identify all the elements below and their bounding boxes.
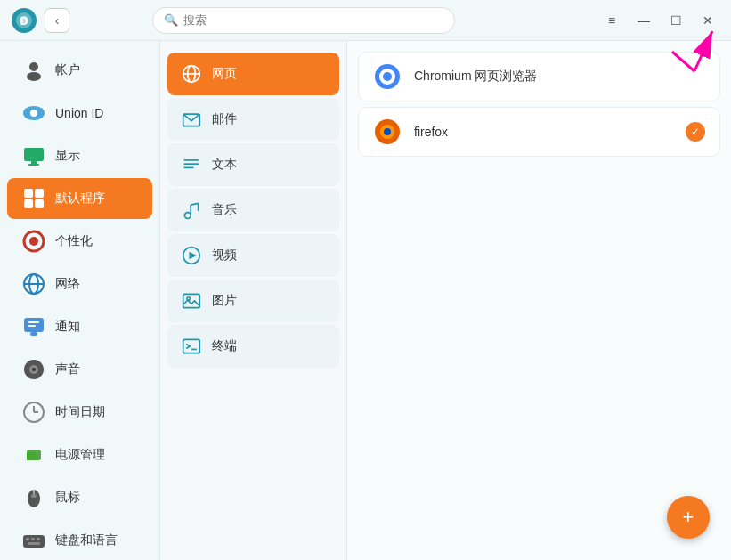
sidebar-network-icon <box>21 272 46 296</box>
svg-point-62 <box>383 72 392 81</box>
app-firefox-icon <box>373 118 402 146</box>
category-item-label: 终端 <box>212 338 237 354</box>
sidebar-item-display[interactable]: 显示 <box>7 135 152 176</box>
sidebar-item-personalization[interactable]: 个性化 <box>7 221 152 262</box>
maximize-button[interactable]: ☐ <box>663 8 688 33</box>
sidebar-item-label: 声音 <box>55 361 80 377</box>
svg-text:D: D <box>20 15 28 28</box>
app-check-icon: ✓ <box>686 122 705 142</box>
category-item-web[interactable]: 网页 <box>167 53 339 95</box>
sidebar-item-label: 帐户 <box>55 62 80 78</box>
category-text-icon <box>180 153 203 176</box>
svg-rect-56 <box>183 294 200 307</box>
app-item-firefox[interactable]: firefox✓ <box>358 107 720 157</box>
apps-panel: + Chromium 网页浏览器firefox✓ <box>347 41 731 560</box>
svg-rect-14 <box>24 189 33 198</box>
sidebar-personalization-icon <box>21 229 46 254</box>
category-item-label: 图片 <box>212 293 237 309</box>
sidebar-default-apps-icon <box>21 186 46 211</box>
svg-point-37 <box>31 494 37 498</box>
sidebar-display-icon <box>21 143 46 168</box>
svg-rect-17 <box>35 199 44 208</box>
sidebar-item-default-apps[interactable]: 默认程序 <box>7 178 152 219</box>
svg-rect-11 <box>24 148 44 161</box>
sidebar-item-label: 鼠标 <box>55 490 80 506</box>
svg-point-50 <box>184 213 191 219</box>
search-input[interactable] <box>183 13 443 27</box>
sidebar-item-keyboard[interactable]: 键盘和语言 <box>7 520 152 560</box>
category-item-label: 视频 <box>212 248 237 264</box>
sidebar-mouse-icon <box>21 485 46 510</box>
window-controls: ≡ — ☐ ✕ <box>599 8 720 33</box>
back-button[interactable]: ‹ <box>45 8 69 33</box>
svg-rect-41 <box>37 538 40 540</box>
sidebar-item-power[interactable]: 电源管理 <box>7 434 152 475</box>
sidebar-keyboard-icon <box>21 528 46 553</box>
sidebar-notification-icon <box>21 314 46 339</box>
category-music-icon <box>180 199 203 222</box>
category-video-icon <box>180 244 203 267</box>
sidebar-item-label: 通知 <box>55 319 80 335</box>
category-item-label: 文本 <box>212 157 237 173</box>
search-icon: 🔍 <box>164 13 178 27</box>
minimize-button[interactable]: — <box>631 8 656 33</box>
search-bar[interactable]: 🔍 <box>152 7 455 34</box>
svg-rect-26 <box>30 332 37 336</box>
sidebar-item-label: 键盘和语言 <box>55 532 118 548</box>
category-item-video[interactable]: 视频 <box>167 234 339 277</box>
sidebar-item-network[interactable]: 网络 <box>7 264 152 304</box>
svg-point-65 <box>384 128 391 135</box>
sidebar: 帐户Union ID显示默认程序个性化网络通知声音时间日期电源管理鼠标键盘和语言 <box>0 41 160 560</box>
svg-rect-34 <box>27 452 36 460</box>
category-item-music[interactable]: 音乐 <box>167 189 339 231</box>
titlebar: D ‹ 🔍 ≡ — ☐ ✕ <box>0 0 731 41</box>
svg-rect-38 <box>23 535 45 548</box>
sidebar-power-icon <box>21 442 46 467</box>
main-content: 帐户Union ID显示默认程序个性化网络通知声音时间日期电源管理鼠标键盘和语言… <box>0 41 731 560</box>
svg-rect-15 <box>35 189 44 198</box>
sidebar-item-label: 个性化 <box>55 233 93 249</box>
svg-point-8 <box>27 72 41 81</box>
category-item-picture[interactable]: 图片 <box>167 280 339 322</box>
app-chromium-icon <box>373 62 402 91</box>
svg-rect-58 <box>183 339 200 353</box>
sidebar-item-account[interactable]: 帐户 <box>7 50 152 91</box>
sidebar-sound-icon <box>21 357 46 382</box>
sidebar-union-id-icon <box>21 101 46 126</box>
app-item-chromium[interactable]: Chromium 网页浏览器 <box>358 52 720 101</box>
sidebar-item-datetime[interactable]: 时间日期 <box>7 392 152 433</box>
category-panel: 网页邮件文本音乐视频图片终端 <box>160 41 347 560</box>
sidebar-item-label: 默认程序 <box>55 191 105 207</box>
sidebar-datetime-icon <box>21 400 46 425</box>
category-picture-icon <box>180 289 203 312</box>
sidebar-item-notification[interactable]: 通知 <box>7 306 152 347</box>
category-item-label: 邮件 <box>212 111 237 127</box>
sidebar-item-union-id[interactable]: Union ID <box>7 93 152 134</box>
add-button[interactable]: + <box>667 496 710 539</box>
svg-rect-40 <box>31 538 35 540</box>
close-button[interactable]: ✕ <box>695 8 720 33</box>
category-mail-icon <box>180 108 203 131</box>
sidebar-item-label: 网络 <box>55 276 80 292</box>
app-name-label: Chromium 网页浏览器 <box>414 69 705 85</box>
category-terminal-icon <box>180 335 203 358</box>
sidebar-item-mouse[interactable]: 鼠标 <box>7 477 152 518</box>
menu-button[interactable]: ≡ <box>599 8 624 33</box>
sidebar-item-sound[interactable]: 声音 <box>7 349 152 390</box>
svg-point-7 <box>29 62 38 71</box>
category-item-text[interactable]: 文本 <box>167 143 339 186</box>
svg-line-52 <box>191 203 198 205</box>
svg-marker-55 <box>189 252 196 259</box>
category-web-icon <box>180 62 203 85</box>
svg-rect-39 <box>26 538 29 540</box>
category-item-terminal[interactable]: 终端 <box>167 325 339 368</box>
category-item-mail[interactable]: 邮件 <box>167 98 339 141</box>
sidebar-account-icon <box>21 58 46 83</box>
svg-rect-42 <box>28 542 40 545</box>
sidebar-item-label: 电源管理 <box>55 447 105 463</box>
svg-rect-25 <box>28 325 36 327</box>
svg-rect-24 <box>28 321 39 323</box>
app-name-label: firefox <box>414 125 673 139</box>
sidebar-item-label: 显示 <box>55 148 80 164</box>
svg-point-19 <box>29 237 38 246</box>
